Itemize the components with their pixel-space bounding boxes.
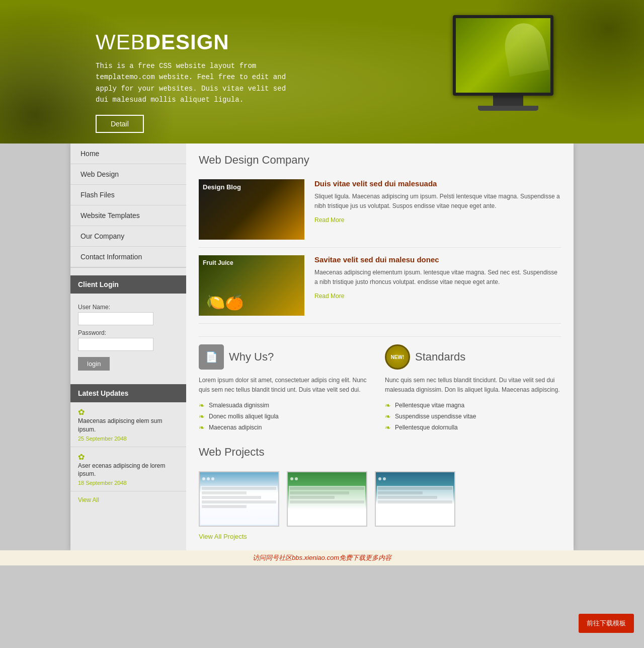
project-thumb-1[interactable] xyxy=(199,471,279,527)
row5 xyxy=(202,505,247,508)
nav-link-web-design[interactable]: Web Design xyxy=(70,164,186,184)
row11 xyxy=(378,491,423,494)
nav-item-flash-files[interactable]: Flash Files xyxy=(70,185,186,205)
nav-item-website-templates[interactable]: Website Templates xyxy=(70,205,186,226)
client-login-section: Client Login User Name: Password: login xyxy=(70,275,186,377)
latest-updates-section: Latest Updates ✿ Maecenas adipiscing ele… xyxy=(70,384,186,509)
standards-features: ❧ Pellentesque vitae magna ❧ Suspendisse… xyxy=(385,400,561,433)
article-thumb-1: Design Blog xyxy=(199,179,304,240)
row10 xyxy=(378,487,452,490)
project-body-3 xyxy=(377,486,453,525)
nav-link-flash-files[interactable]: Flash Files xyxy=(70,185,186,205)
main-content: Web Design Company Design Blog Duis vita… xyxy=(186,143,574,550)
main-section-title: Web Design Company xyxy=(199,154,561,169)
footer-watermark: 访问同号社区bbs.xieniao.com免费下载更多内容 xyxy=(0,550,644,565)
read-more-2[interactable]: Read More xyxy=(314,293,344,300)
project-header-1 xyxy=(200,472,278,485)
dot5 xyxy=(295,477,298,480)
password-input[interactable] xyxy=(78,338,153,351)
latest-updates-list: ✿ Maecenas adipiscing elem sum ipsum. 25… xyxy=(70,402,186,509)
std-label-2: Suspendisse uspendisse vitae xyxy=(395,413,476,420)
why-feature-1: ❧ Smalesuada dignissim xyxy=(199,400,375,411)
why-feature-3: ❧ Maecenas adipiscin xyxy=(199,422,375,433)
std-icon-1: ❧ xyxy=(385,401,391,409)
header: WEBDESIGN This is a free CSS website lay… xyxy=(0,0,644,143)
dot4 xyxy=(290,477,293,480)
std-label-3: Pellentesque dolornulla xyxy=(395,424,458,431)
username-label: User Name: xyxy=(78,304,179,311)
why-standards-section: 📄 Why Us? Lorem ipsum dolor sit amet, co… xyxy=(199,336,561,433)
thumb-label-2: Fruit Juice xyxy=(203,259,233,266)
nav-link-home[interactable]: Home xyxy=(70,143,186,164)
web-projects-section: Web Projects xyxy=(199,446,561,540)
username-input[interactable] xyxy=(78,312,153,325)
feature-icon-3: ❧ xyxy=(199,423,205,431)
nav-item-contact[interactable]: Contact Information xyxy=(70,247,186,267)
update-item-2: ✿ Aser ecenas adipiscing de lorem ipsum.… xyxy=(70,447,186,492)
why-feature-2: ❧ Donec mollis aliquet ligula xyxy=(199,411,375,422)
site-title: WEBDESIGN xyxy=(96,30,644,54)
nav-item-our-company[interactable]: Our Company xyxy=(70,226,186,247)
read-more-1[interactable]: Read More xyxy=(314,217,344,224)
client-login-title: Client Login xyxy=(70,275,186,294)
thumb-design-blog: Design Blog xyxy=(199,179,304,240)
update-text-1: Maecenas adipiscing elem sum ipsum. xyxy=(78,417,179,434)
view-all-updates-link[interactable]: View All xyxy=(70,491,186,509)
article-thumb-2: Fruit Juice xyxy=(199,255,304,316)
why-us-title: Why Us? xyxy=(229,350,274,364)
feature-label-3: Maecenas adipiscin xyxy=(209,424,262,431)
article-body-2: Savitae velit sed dui malesu donec Maece… xyxy=(314,255,561,316)
std-feature-1: ❧ Pellentesque vitae magna xyxy=(385,400,561,411)
login-button[interactable]: login xyxy=(78,357,110,371)
project-header-2 xyxy=(288,472,366,485)
update-date-2: 18 September 2048 xyxy=(78,480,179,486)
update-icon-1: ✿ xyxy=(78,408,85,416)
why-us-icon: 📄 xyxy=(199,344,224,370)
std-feature-2: ❧ Suspendisse uspendisse vitae xyxy=(385,411,561,422)
project-thumb-2[interactable] xyxy=(287,471,367,527)
dot1 xyxy=(202,477,205,480)
update-item-1: ✿ Maecenas adipiscing elem sum ipsum. 25… xyxy=(70,402,186,447)
nav-link-contact[interactable]: Contact Information xyxy=(70,247,186,267)
standards-body: Nunc quis sem nec tellus blandit tincidu… xyxy=(385,376,561,395)
nav-item-web-design[interactable]: Web Design xyxy=(70,164,186,185)
article-item-2: Fruit Juice Savitae velit sed dui malesu… xyxy=(199,255,561,324)
article-text-1: Sliquet ligula. Maecenas adipiscing um i… xyxy=(314,192,561,211)
client-login-form: User Name: Password: login xyxy=(70,294,186,377)
why-us-body: Lorem ipsum dolor sit amet, consectetuer… xyxy=(199,376,375,395)
feature-icon-1: ❧ xyxy=(199,401,205,409)
web-projects-title: Web Projects xyxy=(199,446,561,461)
row13 xyxy=(378,500,452,503)
nav-item-home[interactable]: Home xyxy=(70,143,186,164)
standards-title-row: NEW! Standards xyxy=(385,344,561,370)
thumb-label-1: Design Blog xyxy=(203,183,241,191)
detail-button[interactable]: Detail xyxy=(96,115,144,133)
row8 xyxy=(290,496,335,499)
feature-label-1: Smalesuada dignissim xyxy=(209,402,269,409)
articles-grid: Design Blog Duis vitae velit sed dui mal… xyxy=(199,179,561,324)
article-text-2: Maecenas adipiscing elementum ipsum. len… xyxy=(314,268,561,287)
project-inner-1 xyxy=(200,472,278,526)
latest-updates-title: Latest Updates xyxy=(70,384,186,402)
std-label-1: Pellentesque vitae magna xyxy=(395,402,464,409)
nav-menu: Home Web Design Flash Files Website Temp… xyxy=(70,143,186,268)
row1 xyxy=(202,487,276,490)
article-title-1: Duis vitae velit sed dui malesuada xyxy=(314,179,561,188)
dot3 xyxy=(211,477,214,480)
sidebar: Home Web Design Flash Files Website Temp… xyxy=(70,143,186,550)
header-tagline: This is a free CSS website layout from t… xyxy=(96,60,297,106)
row3 xyxy=(202,496,261,499)
why-us-col: 📄 Why Us? Lorem ipsum dolor sit amet, co… xyxy=(199,344,375,433)
view-all-projects-link[interactable]: View All Projects xyxy=(199,533,561,540)
row7 xyxy=(290,491,349,494)
content-wrapper: Home Web Design Flash Files Website Temp… xyxy=(70,143,574,550)
title-part1: WEB xyxy=(96,30,145,54)
thumb-fruit: Fruit Juice xyxy=(199,255,304,316)
article-item-1: Design Blog Duis vitae velit sed dui mal… xyxy=(199,179,561,248)
dot7 xyxy=(383,477,386,480)
project-thumb-3[interactable] xyxy=(375,471,455,527)
password-label: Password: xyxy=(78,329,179,336)
nav-link-website-templates[interactable]: Website Templates xyxy=(70,205,186,226)
new-badge: NEW! xyxy=(385,344,410,370)
nav-link-our-company[interactable]: Our Company xyxy=(70,226,186,246)
